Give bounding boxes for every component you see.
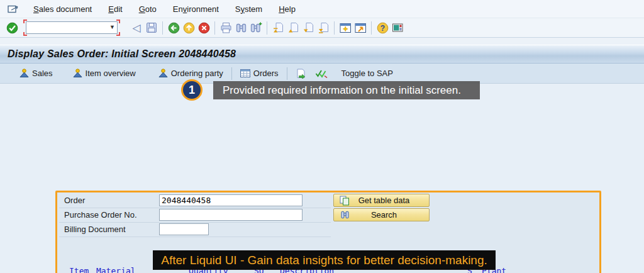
menu-goto[interactable]: Goto	[131, 3, 165, 16]
menu-label-part: S	[235, 4, 241, 14]
chevron-down-icon[interactable]: ▼	[109, 24, 115, 30]
billing-input[interactable]	[159, 223, 209, 235]
partner-icon	[158, 69, 168, 78]
menu-label-key: H	[279, 4, 284, 14]
export-icon[interactable]	[291, 66, 311, 81]
partner-icon	[73, 69, 82, 78]
field-row-divider	[59, 237, 331, 237]
toolbar-separator	[287, 67, 287, 80]
focus-corner	[23, 32, 27, 36]
get-table-data-button[interactable]: Get table data	[333, 194, 430, 207]
menu-label-part: oto	[145, 4, 157, 14]
callout-step-number: 1	[181, 79, 203, 101]
menu-system[interactable]: System	[227, 3, 270, 16]
sales-label: Sales	[32, 69, 53, 78]
help-icon[interactable]: ?	[375, 20, 390, 35]
col-header-material: Material	[96, 266, 136, 273]
ordering-party-button[interactable]: Ordering party	[154, 66, 228, 81]
previous-page-icon[interactable]	[286, 20, 301, 35]
toggle-to-sap-label: Toggle to SAP	[341, 69, 393, 78]
nav-exit-icon[interactable]	[181, 20, 196, 35]
order-input[interactable]	[159, 194, 303, 206]
menu-label-key: S	[33, 4, 39, 14]
field-row-divider	[59, 222, 331, 223]
sap-window: Sales document Edit Goto Environment Sys…	[0, 0, 644, 273]
item-overview-label: Item overview	[86, 69, 136, 78]
create-shortcut-icon[interactable]	[353, 20, 368, 35]
menu-label-part: elp	[285, 4, 296, 14]
ordering-party-label: Ordering party	[171, 69, 223, 78]
svg-text:?: ?	[380, 24, 384, 33]
menu-help[interactable]: Help	[270, 3, 304, 16]
col-header-item: Item	[69, 266, 89, 273]
menu-edit[interactable]: Edit	[100, 3, 130, 16]
table-grid-icon	[240, 69, 250, 77]
toolbar-separator	[334, 21, 335, 35]
screen-menu-icon[interactable]	[5, 4, 21, 14]
toolbar-separator	[267, 21, 267, 35]
billing-label: Billing Document	[64, 225, 126, 234]
sales-button[interactable]: Sales	[15, 66, 57, 81]
callout-text: Provided required information on the ini…	[223, 84, 461, 97]
menu-bar: Sales document Edit Goto Environment Sys…	[0, 0, 644, 18]
po-input[interactable]	[159, 209, 303, 221]
menu-label-part: dit	[114, 4, 123, 14]
nav-back-icon[interactable]	[166, 20, 181, 35]
find-icon[interactable]	[233, 20, 248, 35]
focus-corner	[116, 32, 120, 36]
get-table-data-label: Get table data	[352, 196, 416, 205]
menu-label-part: stem	[245, 4, 262, 14]
menu-label-part: En	[173, 4, 183, 14]
callout-banner: Provided required information on the ini…	[213, 81, 480, 99]
find-next-icon[interactable]	[248, 20, 264, 35]
field-row-divider	[59, 208, 331, 208]
command-field-input[interactable]	[26, 21, 118, 34]
first-page-icon[interactable]	[270, 20, 286, 35]
back-icon[interactable]: ◁	[129, 20, 144, 35]
customize-layout-icon[interactable]	[390, 20, 405, 35]
toolbar-separator	[162, 21, 163, 35]
title-bar: Display Sales Order: Initial Screen 2048…	[0, 45, 644, 64]
order-label: Order	[64, 196, 85, 205]
menu-sales-document[interactable]: Sales document	[25, 3, 100, 16]
enter-icon[interactable]	[4, 20, 19, 35]
search-button[interactable]: Search	[333, 208, 430, 221]
toggle-to-sap-button[interactable]: Toggle to SAP	[337, 66, 397, 81]
copy-data-icon	[338, 196, 352, 206]
focus-corner	[23, 20, 27, 23]
double-check-icon[interactable]	[311, 66, 332, 81]
next-page-icon[interactable]	[301, 20, 316, 35]
bottom-banner: After Liquid UI - Gain data insights for…	[153, 250, 496, 270]
new-session-icon[interactable]	[338, 20, 353, 35]
menu-label-key: E	[108, 4, 114, 14]
toolbar-separator	[371, 21, 372, 35]
item-overview-button[interactable]: Item overview	[69, 66, 140, 81]
binoculars-icon	[338, 210, 352, 220]
last-page-icon[interactable]	[316, 20, 331, 35]
search-label: Search	[352, 210, 416, 220]
bottom-banner-text: After Liquid UI - Gain data insights for…	[161, 254, 487, 267]
toolbar-separator	[231, 67, 232, 80]
callout-number-text: 1	[189, 84, 195, 97]
screen-content: Order Purchase Order No. Billing Documen…	[0, 84, 644, 273]
menu-label-part: ironment	[187, 4, 219, 14]
orders-button[interactable]: Orders	[236, 66, 283, 81]
nav-cancel-icon[interactable]	[196, 20, 211, 35]
print-icon[interactable]	[218, 20, 233, 35]
focus-corner	[116, 20, 120, 23]
toolbar-separator	[214, 21, 215, 35]
page-title: Display Sales Order: Initial Screen 2048…	[8, 48, 236, 60]
menu-environment[interactable]: Environment	[165, 3, 227, 16]
command-field-wrap: ▼	[23, 21, 124, 35]
partner-icon	[19, 69, 29, 78]
toolbar-gap	[0, 38, 644, 45]
menu-label-key: G	[139, 4, 145, 14]
menu-label-part: ales document	[39, 4, 92, 14]
po-label: Purchase Order No.	[64, 210, 137, 220]
standard-toolbar: ▼ ◁	[0, 18, 644, 38]
orders-label: Orders	[253, 69, 279, 78]
save-icon[interactable]	[144, 20, 159, 35]
